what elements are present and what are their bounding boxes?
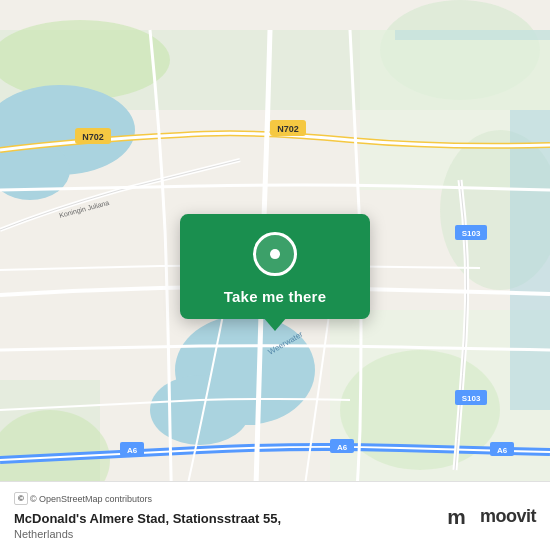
pin-dot xyxy=(270,249,280,259)
location-name: McDonald's Almere Stad, Stationsstraat 5… xyxy=(14,511,281,526)
bottom-bar: © © OpenStreetMap contributors McDonald'… xyxy=(0,481,550,550)
location-pin-icon xyxy=(253,232,297,276)
svg-text:S103: S103 xyxy=(462,229,481,238)
take-me-there-button[interactable]: Take me there xyxy=(224,288,326,305)
location-info: © © OpenStreetMap contributors McDonald'… xyxy=(14,492,281,540)
svg-text:A6: A6 xyxy=(127,446,138,455)
svg-text:A6: A6 xyxy=(497,446,508,455)
svg-rect-15 xyxy=(395,30,550,40)
svg-text:S103: S103 xyxy=(462,394,481,403)
svg-text:A6: A6 xyxy=(337,443,348,452)
osm-attribution: © © OpenStreetMap contributors xyxy=(14,492,281,505)
svg-rect-12 xyxy=(220,325,260,425)
moovit-logo: m moovit xyxy=(444,500,536,532)
osm-text: © OpenStreetMap contributors xyxy=(30,494,152,504)
moovit-text: moovit xyxy=(480,506,536,527)
map-container: N702 N702 Koningin Juliana A6 A6 A6 S103… xyxy=(0,0,550,550)
svg-text:N702: N702 xyxy=(277,124,299,134)
popup-card[interactable]: Take me there xyxy=(180,214,370,319)
moovit-icon: m xyxy=(444,500,476,532)
svg-rect-16 xyxy=(510,110,550,410)
osm-logo: © xyxy=(14,492,28,505)
svg-text:N702: N702 xyxy=(82,132,104,142)
svg-text:m: m xyxy=(447,505,466,528)
location-country: Netherlands xyxy=(14,528,281,540)
